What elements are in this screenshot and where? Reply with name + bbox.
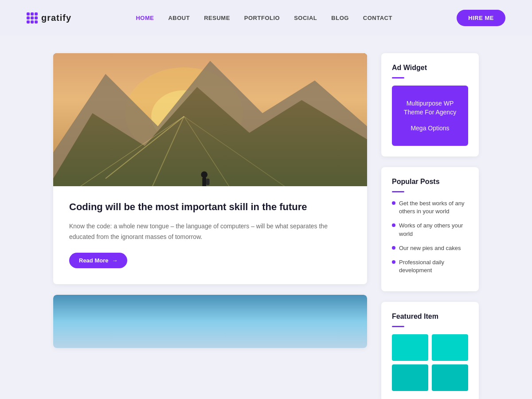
nav-item-social[interactable]: SOCIAL	[294, 15, 317, 21]
blog-card-body: Coding will be the most important skill …	[53, 186, 367, 284]
nav-item-resume[interactable]: RESUME	[204, 15, 230, 21]
popular-post-dot-2	[392, 223, 395, 227]
svg-rect-8	[202, 177, 206, 186]
main-wrapper: Coding will be the most important skill …	[44, 35, 488, 399]
popular-post-dot-3	[392, 246, 395, 250]
popular-post-label-3[interactable]: Our new pies and cakes	[399, 244, 461, 252]
ad-widget-box[interactable]: Multipurpose WP Theme For Agency Mega Op…	[392, 86, 468, 146]
read-more-arrow: →	[112, 257, 117, 264]
header: gratify HOME ABOUT RESUME PORTFOLIO SOCI…	[0, 0, 532, 35]
sidebar: Ad Widget Multipurpose WP Theme For Agen…	[381, 53, 479, 399]
popular-post-item-3: Our new pies and cakes	[392, 244, 468, 252]
ad-widget: Ad Widget Multipurpose WP Theme For Agen…	[381, 53, 479, 156]
ad-line3: Mega Options	[399, 125, 461, 132]
nav-item-contact[interactable]: CONTACT	[363, 15, 392, 21]
logo[interactable]: gratify	[27, 12, 71, 23]
featured-item-underline	[392, 326, 404, 327]
nav-item-blog[interactable]: BLOG	[331, 15, 349, 21]
blog-card-image	[53, 53, 367, 186]
content-column: Coding will be the most important skill …	[53, 53, 367, 399]
featured-thumb-2[interactable]	[432, 334, 468, 361]
popular-post-item-2: Works of any others your world	[392, 222, 468, 238]
read-more-button[interactable]: Read More →	[69, 253, 127, 268]
featured-item-widget: Featured Item	[381, 302, 479, 399]
nav-item-about[interactable]: ABOUT	[168, 15, 190, 21]
main-nav: HOME ABOUT RESUME PORTFOLIO SOCIAL BLOG …	[136, 15, 392, 21]
featured-item-title: Featured Item	[392, 313, 468, 321]
ad-widget-title: Ad Widget	[392, 64, 468, 72]
hire-me-button[interactable]: HIRE ME	[457, 10, 505, 26]
popular-post-label-2[interactable]: Works of any others your world	[399, 222, 468, 238]
logo-text: gratify	[41, 13, 71, 23]
ad-line1: Multipurpose WP	[399, 100, 461, 107]
popular-post-label-1[interactable]: Get the best works of any others in your…	[399, 200, 468, 215]
popular-posts-underline	[392, 191, 404, 192]
svg-point-9	[201, 172, 207, 178]
popular-post-item-4: Professional daily development	[392, 258, 468, 274]
popular-posts-list: Get the best works of any others in your…	[392, 200, 468, 274]
svg-rect-10	[206, 179, 209, 185]
ad-widget-underline	[392, 77, 404, 78]
ad-line2: Theme For Agency	[399, 109, 461, 116]
popular-posts-title: Popular Posts	[392, 178, 468, 186]
featured-grid	[392, 334, 468, 391]
featured-thumb-3[interactable]	[392, 364, 428, 391]
featured-thumb-1[interactable]	[392, 334, 428, 361]
nav-item-portfolio[interactable]: PORTFOLIO	[244, 15, 280, 21]
popular-posts-widget: Popular Posts Get the best works of any …	[381, 167, 479, 291]
blog-card-excerpt: Know the code: a whole new tongue – the …	[69, 221, 351, 243]
featured-thumb-4[interactable]	[432, 364, 468, 391]
popular-post-dot-4	[392, 260, 395, 264]
nav-item-home[interactable]: HOME	[136, 15, 154, 21]
blog-card-title: Coding will be the most important skill …	[69, 200, 351, 214]
blog-card-2	[53, 295, 367, 348]
read-more-label: Read More	[79, 257, 108, 264]
popular-post-label-4[interactable]: Professional daily development	[399, 258, 468, 274]
popular-post-item-1: Get the best works of any others in your…	[392, 200, 468, 215]
popular-post-dot-1	[392, 201, 395, 205]
logo-grid-icon	[27, 12, 38, 23]
blog-card-2-image	[53, 295, 367, 348]
blog-card-1: Coding will be the most important skill …	[53, 53, 367, 284]
